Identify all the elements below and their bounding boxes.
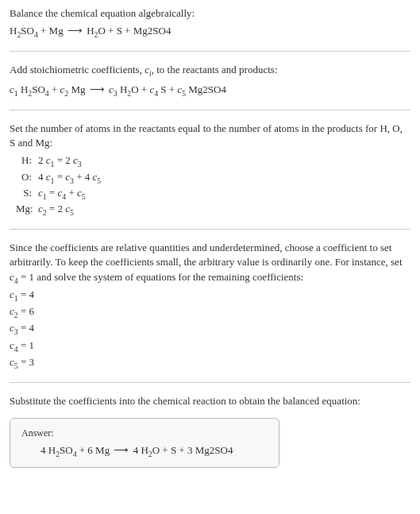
atom-row: H: 2 c1 = 2 c3: [16, 153, 410, 169]
step1-text: Add stoichiometric coefficients, ci, to …: [10, 63, 410, 79]
arrow-icon: ⟶: [88, 83, 106, 95]
step4-section: Substitute the coefficients into the che…: [10, 394, 410, 408]
atom-balance-table: H: 2 c1 = 2 c3 O: 4 c1 = c3 + 4 c5 S: c1…: [16, 153, 410, 218]
solution-line: c3 = 4: [10, 321, 410, 337]
atom-label: S:: [16, 186, 38, 200]
intro-equation: H2SO4 + Mg ⟶ H2O + S + Mg2SO4: [10, 24, 410, 40]
step1-equation: c1 H2SO4 + c2 Mg ⟶ c3 H2O + c4 S + c5 Mg…: [10, 83, 410, 99]
solution-line: c1 = 4: [10, 288, 410, 303]
divider: [10, 229, 410, 230]
atom-row: Mg: c2 = 2 c5: [16, 202, 410, 218]
atom-equation: c1 = c4 + c5: [38, 186, 86, 202]
step2-section: Set the number of atoms in the reactants…: [10, 122, 410, 218]
atom-equation: c2 = 2 c5: [38, 202, 74, 218]
step2-text: Set the number of atoms in the reactants…: [10, 122, 410, 150]
atom-row: O: 4 c1 = c3 + 4 c5: [16, 170, 410, 186]
atom-label: Mg:: [16, 202, 38, 216]
step1-section: Add stoichiometric coefficients, ci, to …: [10, 63, 410, 98]
solution-line: c2 = 6: [10, 304, 410, 320]
arrow-icon: ⟶: [112, 444, 130, 456]
atom-row: S: c1 = c4 + c5: [16, 186, 410, 202]
intro-text: Balance the chemical equation algebraica…: [10, 6, 410, 21]
divider: [10, 382, 410, 383]
step3-text: Since the coefficients are relative quan…: [10, 241, 410, 286]
atom-label: H:: [16, 153, 38, 168]
intro-section: Balance the chemical equation algebraica…: [10, 6, 410, 40]
answer-box: Answer: 4 H2SO4 + 6 Mg ⟶ 4 H2O + S + 3 M…: [10, 418, 279, 468]
solutions-list: c1 = 4 c2 = 6 c3 = 4 c4 = 1 c5 = 3: [10, 288, 410, 371]
atom-equation: 2 c1 = 2 c3: [38, 153, 82, 169]
arrow-icon: ⟶: [66, 25, 84, 37]
step3-section: Since the coefficients are relative quan…: [10, 241, 410, 371]
answer-label: Answer:: [21, 427, 268, 440]
divider: [10, 51, 410, 52]
solution-line: c5 = 3: [10, 355, 410, 371]
step4-text: Substitute the coefficients into the che…: [10, 394, 410, 408]
divider: [10, 110, 410, 110]
atom-label: O:: [16, 170, 38, 184]
atom-equation: 4 c1 = c3 + 4 c5: [38, 170, 101, 186]
answer-equation: 4 H2SO4 + 6 Mg ⟶ 4 H2O + S + 3 Mg2SO4: [21, 443, 268, 459]
solution-line: c4 = 1: [10, 338, 410, 354]
